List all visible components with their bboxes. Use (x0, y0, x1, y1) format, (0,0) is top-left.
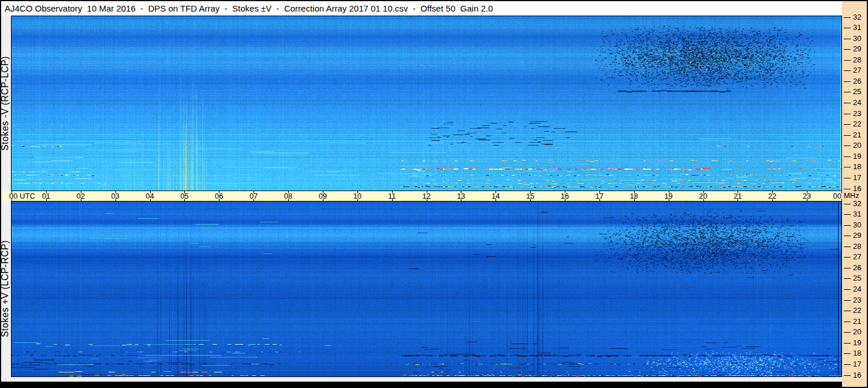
freq-tick-32-bottom: 32 (842, 200, 867, 208)
freq-label: 21 (853, 318, 861, 326)
freq-tick-30-bottom: 30 (842, 221, 867, 229)
freq-tick-dash (844, 214, 851, 215)
freq-label: 27 (853, 66, 861, 74)
freq-tick-dash (844, 70, 851, 71)
freq-label: 24 (853, 285, 861, 293)
freq-tick-dash (844, 332, 851, 333)
time-label-22: 22 (763, 192, 781, 200)
freq-tick-dash (844, 39, 851, 39)
app-window: AJ4CO Observatory 10 Mar 2016 - DPS on T… (0, 0, 868, 388)
time-label-11: 11 (383, 192, 401, 200)
freq-label: 30 (853, 221, 861, 229)
time-label-13: 13 (452, 192, 470, 200)
time-label-20: 20 (695, 192, 712, 200)
time-label-01: 01 (38, 192, 55, 200)
freq-tick-dash (844, 49, 851, 50)
freq-label: 28 (853, 56, 861, 64)
freq-tick-32-top: 32 (842, 13, 867, 21)
frequency-unit-label: MHz (844, 192, 859, 200)
freq-label: 25 (853, 88, 861, 96)
freq-tick-dash (844, 225, 851, 226)
freq-tick-17-top: 17 (842, 174, 867, 182)
freq-label: 24 (853, 99, 861, 107)
freq-label: 21 (853, 131, 861, 139)
freq-tick-30-top: 30 (842, 35, 867, 43)
freq-tick-dash (844, 156, 851, 157)
freq-tick-dash (844, 114, 851, 114)
time-label-19: 19 (660, 192, 677, 200)
freq-tick-16-top: 16 (842, 185, 867, 193)
freq-tick-24-bottom: 24 (842, 285, 867, 293)
freq-tick-dash (844, 167, 851, 167)
freq-label: 19 (853, 152, 861, 161)
freq-tick-dash (844, 17, 851, 18)
freq-tick-27-bottom: 27 (842, 253, 867, 261)
freq-tick-dash (844, 289, 851, 290)
freq-tick-dash (844, 300, 851, 301)
freq-label: 22 (853, 120, 861, 128)
freq-tick-dash (844, 81, 851, 82)
freq-tick-dash (844, 268, 851, 268)
freq-tick-25-top: 25 (842, 88, 867, 96)
frequency-scale-column: MHz 323130292827262524232221201918171632… (842, 1, 867, 387)
freq-label: 18 (853, 163, 861, 171)
freq-tick-18-bottom: 18 (842, 349, 867, 357)
freq-tick-28-top: 28 (842, 56, 867, 64)
freq-tick-dash (844, 124, 851, 125)
side-label-stokes-minus-v: Stokes -V (RCP-LCP) (0, 46, 12, 161)
spectrogram-panel-bottom (11, 201, 842, 377)
freq-tick-20-bottom: 20 (842, 328, 867, 336)
spectrogram-bottom-canvas (12, 202, 841, 376)
freq-tick-24-top: 24 (842, 99, 867, 107)
freq-tick-23-bottom: 23 (842, 296, 867, 304)
time-label-06: 06 (210, 192, 228, 200)
freq-tick-dash (844, 204, 851, 204)
time-label-16: 16 (556, 192, 573, 200)
freq-label: 22 (853, 307, 861, 315)
bottom-black-bar (1, 382, 842, 387)
freq-tick-dash (844, 189, 851, 189)
freq-label: 26 (853, 77, 861, 85)
freq-label: 16 (853, 185, 861, 193)
freq-tick-dash (844, 92, 851, 92)
freq-tick-17-bottom: 17 (842, 360, 867, 368)
freq-tick-dash (844, 103, 851, 103)
freq-tick-26-bottom: 26 (842, 264, 867, 272)
freq-tick-dash (844, 135, 851, 136)
freq-tick-29-bottom: 29 (842, 232, 867, 240)
time-label-15: 15 (521, 192, 539, 200)
time-label-00-UTC: 00 UTC (9, 192, 35, 200)
freq-tick-22-top: 22 (842, 120, 867, 128)
freq-tick-dash (844, 311, 851, 311)
time-label-14: 14 (487, 192, 504, 200)
time-label-23: 23 (798, 192, 815, 200)
freq-tick-22-bottom: 22 (842, 307, 867, 315)
freq-label: 23 (853, 296, 861, 304)
side-label-stokes-plus-v: Stokes +V (LCP-RCP) (0, 231, 12, 346)
freq-label: 23 (853, 110, 861, 118)
time-label-08: 08 (280, 192, 297, 200)
time-label-10: 10 (349, 192, 366, 200)
window-title: AJ4CO Observatory 10 Mar 2016 - DPS on T… (5, 3, 493, 13)
freq-tick-26-top: 26 (842, 77, 867, 85)
freq-tick-18-top: 18 (842, 163, 867, 171)
freq-tick-28-bottom: 28 (842, 242, 867, 251)
freq-tick-19-top: 19 (842, 152, 867, 161)
freq-label: 29 (853, 45, 861, 53)
freq-tick-dash (844, 60, 851, 61)
freq-tick-dash (844, 322, 851, 322)
freq-tick-25-bottom: 25 (842, 274, 867, 282)
time-label-04: 04 (141, 192, 159, 200)
freq-label: 20 (853, 141, 861, 150)
freq-tick-dash (844, 278, 851, 279)
freq-tick-dash (844, 146, 851, 146)
freq-tick-23-top: 23 (842, 110, 867, 118)
freq-tick-27-top: 27 (842, 66, 867, 74)
time-label-18: 18 (625, 192, 643, 200)
freq-label: 17 (853, 174, 861, 182)
time-label-00: 00 (826, 192, 841, 200)
time-label-02: 02 (72, 192, 90, 200)
freq-label: 20 (853, 328, 861, 336)
freq-tick-29-top: 29 (842, 45, 867, 53)
spectrogram-top-canvas (12, 16, 841, 191)
